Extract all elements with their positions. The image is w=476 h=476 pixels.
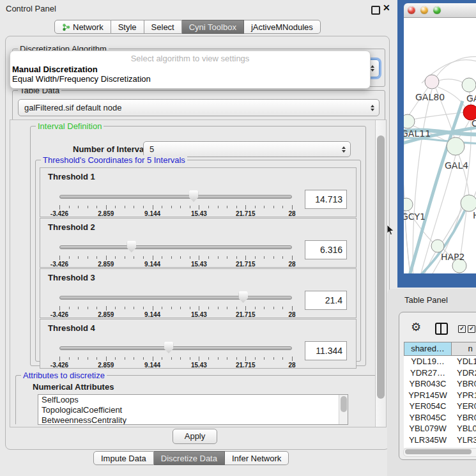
tick-mark bbox=[153, 205, 153, 210]
network-node-right[interactable] bbox=[461, 195, 476, 211]
table-row[interactable]: YBR045CYBR0 bbox=[404, 412, 476, 424]
attributes-group: Attributes to discretize Numerical Attri… bbox=[15, 375, 385, 424]
table-row[interactable]: YLR345WYLR3 bbox=[404, 434, 476, 446]
tick-mark bbox=[115, 357, 116, 360]
threshold-slider[interactable]: -3.4262.8599.14415.4321.71528 bbox=[59, 188, 292, 215]
threshold-value-field[interactable]: 11.344 bbox=[305, 341, 347, 360]
scrollbar-thumb[interactable] bbox=[405, 449, 472, 454]
checkbox-icon-2[interactable]: ✓ bbox=[468, 325, 475, 333]
tick-mark bbox=[282, 307, 283, 309]
tab-network[interactable]: Network bbox=[54, 20, 111, 34]
threshold-value-field[interactable]: 21.4 bbox=[305, 291, 347, 310]
zoom-traffic-light-icon[interactable] bbox=[433, 6, 441, 14]
scrollbar-thumb[interactable] bbox=[377, 135, 385, 399]
scrollbar-thumb[interactable] bbox=[341, 396, 347, 412]
network-canvas[interactable]: GAL80GACGAL11GAL4GCY1HHAP2 bbox=[404, 18, 476, 273]
network-node-gal80[interactable] bbox=[425, 75, 439, 89]
network-edge bbox=[443, 208, 463, 242]
tick-label: 9.144 bbox=[144, 311, 160, 318]
table-row[interactable]: YER054CYER0 bbox=[404, 401, 476, 412]
tab-cyni-toolbox[interactable]: Cyni Toolbox bbox=[182, 20, 244, 34]
tick-mark bbox=[106, 306, 107, 311]
network-node-top-right[interactable] bbox=[462, 78, 476, 92]
tab-infer-network[interactable]: Infer Network bbox=[225, 451, 289, 465]
column-layout-icon[interactable] bbox=[435, 323, 448, 335]
threshold-slider[interactable]: -3.4262.8599.14415.4321.71528 bbox=[59, 340, 292, 367]
threshold-value-field[interactable]: 14.713 bbox=[305, 190, 347, 209]
tab-select[interactable]: Select bbox=[144, 20, 182, 34]
tab-style[interactable]: Style bbox=[111, 20, 144, 34]
tick-mark bbox=[143, 206, 144, 208]
popup-option-manual-discretization[interactable]: Manual Discretization bbox=[12, 65, 98, 74]
table-row[interactable]: YDL19…YDL1 bbox=[404, 356, 476, 367]
tick-mark bbox=[273, 256, 274, 259]
cell-shared-name: YLR345W bbox=[404, 434, 452, 446]
tick-mark bbox=[218, 206, 219, 208]
table-row[interactable]: YBL079WYBL0 bbox=[404, 423, 476, 434]
threshold-panels: Threshold 1-3.4262.8599.14415.4321.71528… bbox=[36, 167, 360, 369]
tick-mark bbox=[162, 256, 162, 259]
threshold-value-field[interactable]: 6.316 bbox=[305, 240, 347, 259]
section-vertical-scrollbar[interactable] bbox=[375, 120, 386, 427]
tick-mark bbox=[88, 206, 88, 208]
threshold-slider[interactable]: -3.4262.8599.14415.4321.71528 bbox=[59, 289, 292, 316]
network-edge bbox=[439, 79, 463, 82]
close-icon[interactable]: ✕ bbox=[383, 3, 390, 13]
settings-section: Interval Definition Number of Intervals … bbox=[10, 119, 387, 427]
node-label: GAL4 bbox=[445, 160, 468, 171]
cell-name: YDR2 bbox=[452, 367, 476, 379]
tab-impute-data[interactable]: Impute Data bbox=[93, 451, 154, 465]
popup-option-equal-width-frequency[interactable]: Equal Width/Frequency Discretization bbox=[12, 74, 151, 84]
minimize-traffic-light-icon[interactable] bbox=[420, 6, 428, 14]
numerical-attributes-list[interactable]: SelfLoopsTopologicalCoefficientBetweenne… bbox=[38, 394, 348, 425]
slider-thumb[interactable] bbox=[127, 241, 136, 252]
table-horizontal-scrollbar[interactable] bbox=[403, 448, 476, 457]
tick-mark bbox=[292, 205, 293, 210]
checkbox-icon-1[interactable]: ✓ bbox=[458, 325, 466, 333]
network-node-gal4[interactable] bbox=[447, 137, 464, 155]
list-vertical-scrollbar[interactable] bbox=[339, 395, 348, 424]
list-item[interactable]: BetweennessCentrality bbox=[38, 415, 348, 425]
tick-mark bbox=[69, 256, 70, 259]
tick-label: 28 bbox=[288, 362, 295, 369]
tick-mark bbox=[245, 306, 246, 311]
slider-thumb[interactable] bbox=[238, 291, 248, 303]
tick-mark bbox=[96, 256, 97, 259]
network-node-gal11[interactable] bbox=[404, 114, 415, 128]
slider-ticks bbox=[59, 256, 292, 261]
stepper-arrows-icon bbox=[342, 146, 346, 153]
tab-jactivemnodules[interactable]: jActiveMNodules bbox=[244, 20, 321, 34]
column-header-name[interactable]: n bbox=[452, 342, 476, 356]
column-header-shared[interactable]: shared… bbox=[404, 342, 452, 356]
apply-button[interactable]: Apply bbox=[173, 429, 217, 444]
network-window-titlebar[interactable] bbox=[404, 3, 476, 18]
list-item[interactable]: SelfLoops bbox=[38, 395, 348, 405]
tick-mark bbox=[106, 357, 107, 361]
tick-mark bbox=[236, 206, 237, 208]
tick-mark bbox=[255, 357, 256, 360]
table-data-select[interactable]: galFiltered.sif default node bbox=[18, 99, 380, 116]
tick-label: 2.859 bbox=[98, 362, 114, 369]
table-row[interactable]: YPR145WYPR1 bbox=[404, 390, 476, 401]
node-label: GA bbox=[466, 93, 476, 104]
network-node-gcy1[interactable] bbox=[404, 198, 413, 211]
tick-mark bbox=[255, 307, 256, 309]
threshold-slider[interactable]: -3.4262.8599.14415.4321.71528 bbox=[59, 239, 292, 266]
table-row[interactable]: YDR27…YDR2 bbox=[404, 367, 476, 379]
slider-thumb[interactable] bbox=[189, 190, 199, 202]
network-node-hap2[interactable] bbox=[431, 240, 444, 252]
tab-discretize-data[interactable]: Discretize Data bbox=[154, 451, 225, 465]
close-traffic-light-icon[interactable] bbox=[408, 6, 415, 14]
list-item[interactable]: TopologicalCoefficient bbox=[38, 405, 348, 415]
table-data-group: Table Data galFiltered.sif default node bbox=[12, 90, 385, 121]
slider-thumb[interactable] bbox=[164, 342, 174, 353]
tick-mark bbox=[245, 357, 246, 361]
tick-mark bbox=[208, 307, 209, 309]
float-window-icon[interactable] bbox=[371, 6, 380, 15]
tick-mark bbox=[273, 357, 274, 360]
table-row[interactable]: YBR043CYBR0 bbox=[404, 378, 476, 390]
tick-label: 15.43 bbox=[191, 311, 207, 318]
gear-icon[interactable]: ⚙ bbox=[411, 320, 421, 334]
tick-mark bbox=[264, 256, 265, 259]
tick-mark bbox=[264, 206, 265, 208]
